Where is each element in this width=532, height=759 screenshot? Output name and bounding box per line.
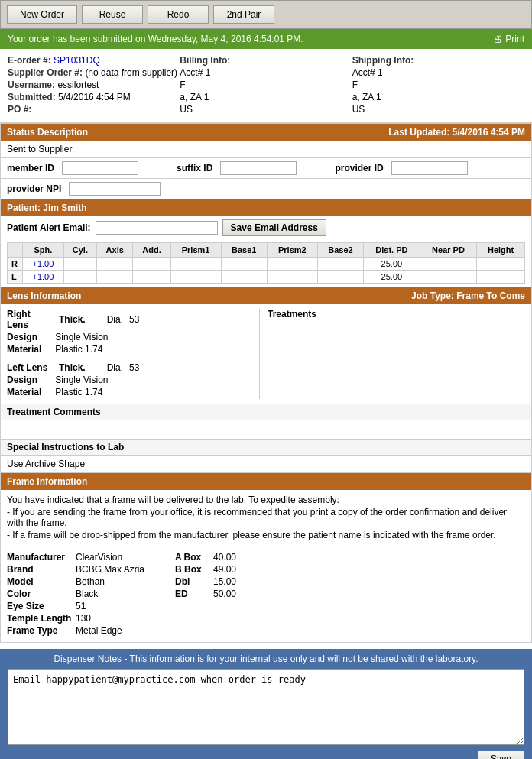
provider-npi-input[interactable] [69,182,161,196]
frame-b-box-row: B Box 49.00 [175,564,336,575]
submitted-label: Submitted: [8,92,56,102]
right-material-label: Material [7,344,53,355]
left-thick-label: Thick. [59,362,86,373]
lens-left-panel: Right Lens Thick. Dia. 53 Design Single … [7,309,259,399]
billing-addr: a, ZA 1 [180,92,209,102]
print-button[interactable]: 🖨 Print [493,34,524,44]
frame-grid: Manufacturer ClearVision Brand BCBG Max … [1,547,531,642]
rx-row-r-height [477,258,525,271]
provider-npi-label: provider NPI [7,183,61,194]
frame-left-panel: Manufacturer ClearVision Brand BCBG Max … [7,552,175,637]
frame-type-row: Frame Type Metal Edge [7,625,175,636]
lens-header-label: Lens Information [7,290,81,301]
lens-section-header: Lens Information Job Type: Frame To Come [1,287,531,304]
right-thick-label: Thick. [59,314,86,325]
frame-model-row: Model Bethan [7,576,175,587]
rx-header-near-pd: Near PD [420,243,477,258]
rx-row-l: L +1.00 25.00 [8,271,525,284]
left-design-row: Design Single Vision [7,375,259,385]
frame-ed-row: ED 50.00 [175,589,336,599]
frame-notice-3: - If a frame will be drop-shipped from t… [7,530,525,540]
frame-notice-1: You have indicated that a frame will be … [7,495,525,505]
frame-brand-row: Brand BCBG Max Azria [7,564,175,575]
rx-row-r-dist-pd: 25.00 [364,258,420,271]
patient-alert-email-label: Patient Alert Email: [7,222,91,233]
rx-row-l-prism1 [170,271,221,284]
left-lens-row: Left Lens Thick. Dia. 53 [7,362,259,373]
left-dia-label: Dia. [107,362,123,373]
provider-id-input[interactable] [391,161,468,175]
new-order-button[interactable]: New Order [7,5,77,24]
order-info-center: Billing Info: Acct# 1 F a, ZA 1 US [180,55,352,116]
dispenser-notes-title: Dispenser Notes - This information is fo… [8,654,524,664]
treatments-label: Treatments [268,309,525,319]
frame-type-value: Metal Edge [76,625,175,636]
shipping-addr: a, ZA 1 [352,92,381,102]
billing-country: US [180,104,193,115]
order-info: E-order #: SP1031DQ Supplier Order #: (n… [0,49,532,123]
patient-alert-row: Patient Alert Email: Save Email Address [1,216,531,239]
redo-button[interactable]: Redo [148,5,209,24]
status-header-label: Status Description [7,127,88,138]
status-section: Status Description Last Updated: 5/4/201… [0,123,532,158]
rx-header-blank [8,243,23,258]
frame-b-box-label: B Box [175,564,213,575]
rx-row-r-axis [97,258,133,271]
supplier-order-label: Supplier Order #: [8,67,83,78]
status-header: Status Description Last Updated: 5/4/201… [1,124,531,141]
left-dia-value: 53 [129,362,139,373]
username-value: essilortest [57,79,99,90]
second-pair-button[interactable]: 2nd Pair [213,5,274,24]
shipping-country: US [352,104,365,115]
last-updated-label: Last Updated: [388,127,449,138]
rx-header-height: Height [477,243,525,258]
dispenser-notes-footer: Save [8,751,524,759]
treatments-value [268,323,525,368]
supplier-order-value: (no data from supplier) [85,67,177,78]
patient-section: Patient: Jim Smith Patient Alert Email: … [0,199,532,287]
order-info-right: Shipping Info: Acct# 1 F a, ZA 1 US [352,55,524,116]
frame-notice: You have indicated that a frame will be … [1,490,531,547]
frame-brand-label: Brand [7,564,76,575]
rx-row-l-height [477,271,525,284]
frame-manufacturer-value: ClearVision [76,552,175,563]
right-material-value: Plastic 1.74 [55,344,102,355]
left-material-value: Plastic 1.74 [55,387,102,397]
rx-row-r-label: R [8,258,23,271]
billing-f: F [180,79,185,90]
rx-row-l-base2 [317,271,363,284]
billing-label: Billing Info: [180,55,230,66]
save-email-button[interactable]: Save Email Address [222,219,326,236]
rx-header-prism1: Prism1 [170,243,221,258]
left-material-label: Material [7,387,53,397]
frame-eye-size-label: Eye Size [7,601,76,611]
rx-row-r-prism2 [267,258,317,271]
frame-notice-2: - If you are sending the frame from your… [7,507,525,528]
member-id-input[interactable] [62,161,138,175]
dispenser-save-button[interactable]: Save [478,751,524,759]
dispenser-notes-textarea[interactable] [8,669,524,745]
rx-table-container: Sph. Cyl. Axis Add. Prism1 Base1 Prism2 … [1,239,531,287]
patient-email-input[interactable] [96,221,218,235]
right-design-row: Design Single Vision [7,332,259,342]
rx-row-l-add [133,271,170,284]
rx-row-l-base1 [221,271,267,284]
rx-row-r-cyl [63,258,96,271]
rx-row-l-prism2 [267,271,317,284]
treatment-comments-label: Treatment Comments [1,404,531,420]
suffix-id-input[interactable] [220,161,297,175]
reuse-button[interactable]: Reuse [82,5,143,24]
rx-row-r-base1 [221,258,267,271]
suffix-id-label: suffix ID [177,163,212,174]
rx-header-base1: Base1 [221,243,267,258]
frame-dbl-value: 15.00 [213,576,259,587]
frame-color-label: Color [7,589,76,599]
rx-row-r-near-pd [420,258,477,271]
printer-icon: 🖨 [493,34,502,44]
patient-header: Patient: Jim Smith [1,199,531,216]
shipping-acct: Acct# 1 [352,67,383,78]
rx-row-r-sph: +1.00 [23,258,64,271]
shipping-label: Shipping Info: [352,55,414,66]
rx-header-axis: Axis [97,243,133,258]
billing-acct: Acct# 1 [180,67,210,78]
